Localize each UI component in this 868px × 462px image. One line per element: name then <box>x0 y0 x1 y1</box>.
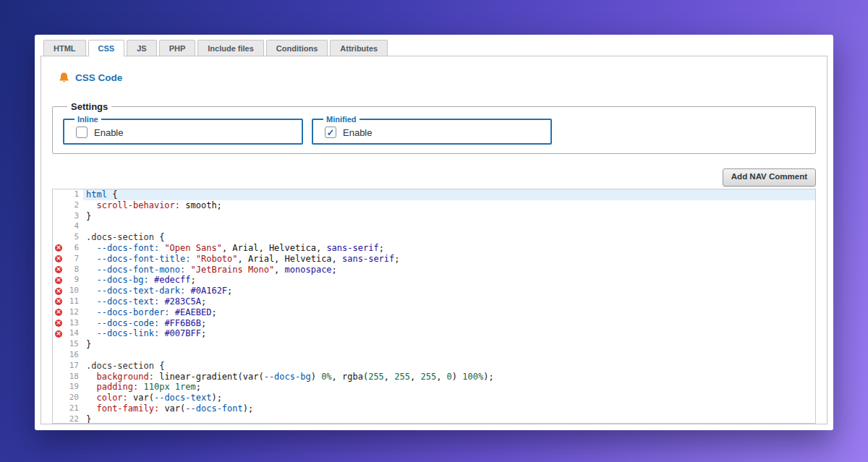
editor-gutter: 20 <box>53 393 83 403</box>
line-number: 4 <box>62 221 83 232</box>
code-line[interactable]: 19 padding: 110px 1rem; <box>53 382 815 393</box>
code-line[interactable]: 16 <box>53 350 815 361</box>
code-line[interactable]: 11 --docs-text: #283C5A; <box>53 296 815 307</box>
code-line[interactable]: 7 --docs-font-title: "Roboto", Arial, He… <box>53 254 815 265</box>
editor-gutter: 10 <box>53 286 83 296</box>
tab-bar: HTMLCSSJSPHPInclude filesConditionsAttri… <box>41 40 827 56</box>
minified-enable-checkbox[interactable] <box>325 127 336 138</box>
editor-gutter: 3 <box>53 211 83 222</box>
line-number: 15 <box>62 339 83 350</box>
code-line[interactable]: 4 <box>53 221 815 232</box>
minified-settings-fieldset: Minified Enable <box>312 115 552 145</box>
error-icon <box>55 266 62 273</box>
check-icon <box>327 127 335 138</box>
error-icon <box>55 244 62 252</box>
code-text: } <box>83 414 815 424</box>
editor-gutter: 11 <box>53 296 83 307</box>
add-nav-comment-button[interactable]: Add NAV Comment <box>723 168 816 187</box>
editor-gutter: 5 <box>53 232 83 243</box>
code-line[interactable]: 9 --docs-bg: #edecff; <box>53 275 815 286</box>
tab-content: CSS Code Settings Inline Enable Minified… <box>41 56 827 424</box>
editor-gutter: 19 <box>53 382 83 393</box>
code-text: --docs-bg: #edecff; <box>83 275 815 286</box>
code-text: scroll-behavior: smooth; <box>83 200 815 211</box>
code-text: --docs-font-mono: "JetBrains Mono", mono… <box>83 265 815 275</box>
settings-row: Inline Enable Minified Enable <box>63 115 805 145</box>
editor-gutter: 13 <box>53 318 83 329</box>
code-line[interactable]: 8 --docs-font-mono: "JetBrains Mono", mo… <box>53 265 815 275</box>
line-number: 6 <box>62 243 83 254</box>
inline-legend: Inline <box>75 115 101 124</box>
inline-enable-label[interactable]: Enable <box>76 127 294 138</box>
code-text: --docs-font: "Open Sans", Arial, Helveti… <box>83 243 815 254</box>
editor-gutter: 7 <box>53 254 83 265</box>
code-text: color: var(--docs-text); <box>83 393 815 403</box>
code-editor[interactable]: 1html {2 scroll-behavior: smooth;3}45.do… <box>52 189 816 424</box>
code-text: .docs-section { <box>83 361 815 372</box>
code-line[interactable]: 1html { <box>53 189 815 200</box>
editor-gutter: 4 <box>53 221 83 232</box>
code-line[interactable]: 22} <box>53 414 815 424</box>
error-icon <box>55 288 62 295</box>
code-text: --docs-text: #283C5A; <box>83 296 815 307</box>
line-number: 22 <box>62 414 83 424</box>
code-line[interactable]: 3} <box>53 211 815 222</box>
tab-include-files[interactable]: Include files <box>197 40 264 56</box>
line-number: 18 <box>62 372 83 382</box>
line-number: 7 <box>62 254 83 265</box>
code-line[interactable]: 2 scroll-behavior: smooth; <box>53 200 815 211</box>
page-background: { "tabs": [ {"id": "html", "label": "HTM… <box>0 0 868 462</box>
settings-legend: Settings <box>67 101 111 112</box>
editor-gutter: 15 <box>53 339 83 350</box>
editor-gutter: 14 <box>53 328 83 339</box>
line-number: 20 <box>62 393 83 403</box>
code-line[interactable]: 18 background: linear-gradient(var(--doc… <box>53 372 815 382</box>
editor-gutter: 8 <box>53 265 83 275</box>
code-line[interactable]: 5.docs-section { <box>53 232 815 243</box>
bell-icon <box>58 72 70 84</box>
code-text <box>83 350 815 361</box>
code-text: } <box>83 211 815 222</box>
code-text: --docs-font-title: "Roboto", Arial, Helv… <box>83 254 815 265</box>
code-text: --docs-text-dark: #0A162F; <box>83 286 815 296</box>
editor-gutter: 22 <box>53 414 83 424</box>
line-number: 14 <box>62 328 83 339</box>
line-number: 5 <box>62 232 83 243</box>
error-icon <box>55 298 62 305</box>
code-line[interactable]: 15} <box>53 339 815 350</box>
tab-php[interactable]: PHP <box>159 40 196 56</box>
minified-enable-label[interactable]: Enable <box>325 127 543 138</box>
error-icon <box>55 330 62 338</box>
tab-conditions[interactable]: Conditions <box>266 40 328 56</box>
tab-css[interactable]: CSS <box>88 40 125 56</box>
error-icon <box>55 309 62 316</box>
settings-fieldset: Settings Inline Enable Minified Enable <box>52 101 816 154</box>
line-number: 21 <box>62 403 83 414</box>
minified-legend: Minified <box>323 115 359 124</box>
code-line[interactable]: 17.docs-section { <box>53 361 815 372</box>
editor-gutter: 12 <box>53 307 83 318</box>
code-text: font-family: var(--docs-font); <box>83 403 815 414</box>
code-line[interactable]: 21 font-family: var(--docs-font); <box>53 403 815 414</box>
inline-settings-fieldset: Inline Enable <box>63 115 303 145</box>
tab-attributes[interactable]: Attributes <box>330 40 388 56</box>
tab-js[interactable]: JS <box>127 40 156 56</box>
code-text: --docs-code: #FF6B6B; <box>83 318 815 329</box>
tab-html[interactable]: HTML <box>43 40 86 56</box>
editor-gutter: 9 <box>53 275 83 286</box>
code-line[interactable]: 14 --docs-link: #007BFF; <box>53 328 815 339</box>
line-number: 2 <box>62 200 83 211</box>
error-icon <box>55 277 62 284</box>
code-line[interactable]: 6 --docs-font: "Open Sans", Arial, Helve… <box>53 243 815 254</box>
editor-gutter: 16 <box>53 350 83 361</box>
code-line[interactable]: 20 color: var(--docs-text); <box>53 393 815 403</box>
minified-enable-text: Enable <box>343 127 372 138</box>
line-number: 19 <box>62 382 83 393</box>
code-line[interactable]: 10 --docs-text-dark: #0A162F; <box>53 286 815 296</box>
code-line[interactable]: 12 --docs-border: #EAEBED; <box>53 307 815 318</box>
page-title: CSS Code <box>75 72 122 83</box>
editor-gutter: 6 <box>53 243 83 254</box>
inline-enable-checkbox[interactable] <box>76 127 88 138</box>
section-header: CSS Code <box>58 71 816 84</box>
code-line[interactable]: 13 --docs-code: #FF6B6B; <box>53 318 815 329</box>
